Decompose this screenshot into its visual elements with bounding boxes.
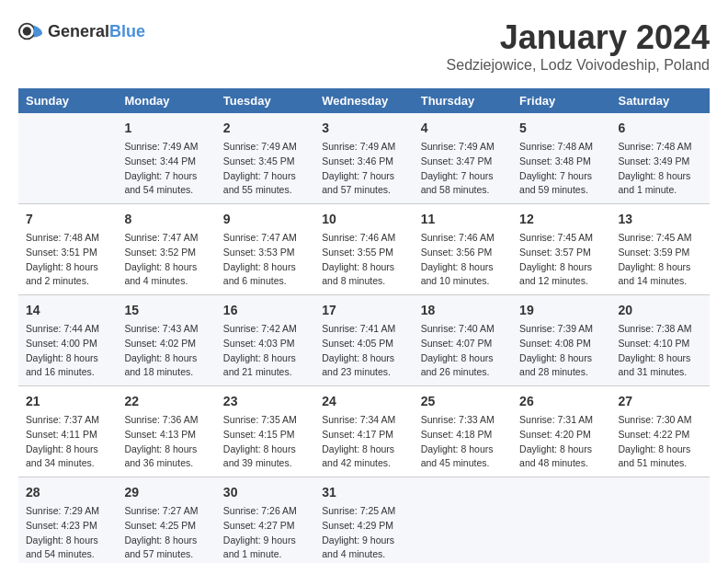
cell-date: 6 — [619, 119, 702, 138]
calendar-cell: 24Sunrise: 7:34 AM Sunset: 4:17 PM Dayli… — [314, 386, 413, 477]
cell-sun-info: Sunrise: 7:49 AM Sunset: 3:47 PM Dayligh… — [421, 140, 505, 198]
cell-date: 31 — [322, 483, 405, 502]
header: General Blue January 2024 Sedziejowice, … — [18, 18, 710, 74]
logo-blue: Blue — [109, 22, 145, 41]
logo-icon — [18, 18, 44, 44]
weekday-header-row: SundayMondayTuesdayWednesdayThursdayFrid… — [18, 88, 710, 113]
cell-sun-info: Sunrise: 7:34 AM Sunset: 4:17 PM Dayligh… — [322, 413, 405, 471]
calendar-cell: 22Sunrise: 7:36 AM Sunset: 4:13 PM Dayli… — [117, 386, 215, 477]
calendar-cell: 10Sunrise: 7:46 AM Sunset: 3:55 PM Dayli… — [314, 204, 413, 295]
calendar-cell: 26Sunrise: 7:31 AM Sunset: 4:20 PM Dayli… — [512, 386, 610, 477]
cell-sun-info: Sunrise: 7:25 AM Sunset: 4:29 PM Dayligh… — [322, 504, 405, 562]
logo-general: General — [48, 22, 109, 41]
cell-sun-info: Sunrise: 7:36 AM Sunset: 4:13 PM Dayligh… — [124, 413, 208, 471]
calendar-cell: 8Sunrise: 7:47 AM Sunset: 3:52 PM Daylig… — [117, 204, 215, 295]
title-area: January 2024 Sedziejowice, Lodz Voivodes… — [447, 18, 710, 74]
cell-sun-info: Sunrise: 7:26 AM Sunset: 4:27 PM Dayligh… — [223, 504, 307, 562]
calendar-cell: 6Sunrise: 7:48 AM Sunset: 3:49 PM Daylig… — [611, 113, 710, 204]
cell-date: 27 — [619, 392, 702, 411]
calendar-cell: 19Sunrise: 7:39 AM Sunset: 4:08 PM Dayli… — [512, 295, 610, 386]
calendar-cell: 11Sunrise: 7:46 AM Sunset: 3:56 PM Dayli… — [414, 204, 512, 295]
cell-date: 17 — [322, 301, 405, 320]
calendar-cell — [18, 113, 117, 204]
calendar-cell: 9Sunrise: 7:47 AM Sunset: 3:53 PM Daylig… — [216, 204, 314, 295]
cell-sun-info: Sunrise: 7:49 AM Sunset: 3:45 PM Dayligh… — [223, 140, 307, 198]
cell-date: 22 — [124, 392, 208, 411]
calendar-week-row: 28Sunrise: 7:29 AM Sunset: 4:23 PM Dayli… — [18, 477, 710, 564]
cell-sun-info: Sunrise: 7:37 AM Sunset: 4:11 PM Dayligh… — [26, 413, 109, 471]
cell-date: 24 — [322, 392, 405, 411]
logo: General Blue — [18, 18, 145, 44]
weekday-header-friday: Friday — [512, 88, 610, 113]
cell-sun-info: Sunrise: 7:27 AM Sunset: 4:25 PM Dayligh… — [124, 504, 208, 562]
cell-date: 15 — [124, 301, 208, 320]
calendar-week-row: 21Sunrise: 7:37 AM Sunset: 4:11 PM Dayli… — [18, 386, 710, 477]
cell-date: 25 — [421, 392, 505, 411]
cell-date: 19 — [519, 301, 603, 320]
calendar-week-row: 1Sunrise: 7:49 AM Sunset: 3:44 PM Daylig… — [18, 113, 710, 204]
calendar-cell: 17Sunrise: 7:41 AM Sunset: 4:05 PM Dayli… — [314, 295, 413, 386]
subtitle: Sedziejowice, Lodz Voivodeship, Poland — [447, 57, 710, 74]
cell-date: 20 — [619, 301, 702, 320]
calendar-table: SundayMondayTuesdayWednesdayThursdayFrid… — [18, 88, 710, 563]
cell-date: 29 — [124, 483, 208, 502]
calendar-cell: 4Sunrise: 7:49 AM Sunset: 3:47 PM Daylig… — [414, 113, 512, 204]
calendar-cell: 5Sunrise: 7:48 AM Sunset: 3:48 PM Daylig… — [512, 113, 610, 204]
calendar-cell: 31Sunrise: 7:25 AM Sunset: 4:29 PM Dayli… — [314, 477, 413, 564]
cell-date: 7 — [26, 210, 109, 229]
calendar-cell: 7Sunrise: 7:48 AM Sunset: 3:51 PM Daylig… — [18, 204, 117, 295]
cell-sun-info: Sunrise: 7:40 AM Sunset: 4:07 PM Dayligh… — [421, 322, 505, 380]
cell-sun-info: Sunrise: 7:44 AM Sunset: 4:00 PM Dayligh… — [26, 322, 109, 380]
weekday-header-saturday: Saturday — [611, 88, 710, 113]
weekday-header-tuesday: Tuesday — [216, 88, 314, 113]
cell-sun-info: Sunrise: 7:30 AM Sunset: 4:22 PM Dayligh… — [619, 413, 702, 471]
cell-date: 4 — [421, 119, 505, 138]
cell-date: 1 — [124, 119, 208, 138]
calendar-cell: 15Sunrise: 7:43 AM Sunset: 4:02 PM Dayli… — [117, 295, 215, 386]
cell-sun-info: Sunrise: 7:39 AM Sunset: 4:08 PM Dayligh… — [519, 322, 603, 380]
cell-sun-info: Sunrise: 7:43 AM Sunset: 4:02 PM Dayligh… — [124, 322, 208, 380]
calendar-cell: 1Sunrise: 7:49 AM Sunset: 3:44 PM Daylig… — [117, 113, 215, 204]
calendar-cell — [611, 477, 710, 564]
cell-sun-info: Sunrise: 7:38 AM Sunset: 4:10 PM Dayligh… — [619, 322, 702, 380]
cell-date: 5 — [519, 119, 603, 138]
calendar-cell: 29Sunrise: 7:27 AM Sunset: 4:25 PM Dayli… — [117, 477, 215, 564]
calendar-week-row: 14Sunrise: 7:44 AM Sunset: 4:00 PM Dayli… — [18, 295, 710, 386]
cell-date: 18 — [421, 301, 505, 320]
cell-sun-info: Sunrise: 7:29 AM Sunset: 4:23 PM Dayligh… — [26, 504, 109, 562]
calendar-cell: 21Sunrise: 7:37 AM Sunset: 4:11 PM Dayli… — [18, 386, 117, 477]
weekday-header-wednesday: Wednesday — [314, 88, 413, 113]
weekday-header-monday: Monday — [117, 88, 215, 113]
weekday-header-thursday: Thursday — [414, 88, 512, 113]
calendar-cell: 3Sunrise: 7:49 AM Sunset: 3:46 PM Daylig… — [314, 113, 413, 204]
cell-date: 28 — [26, 483, 109, 502]
cell-date: 13 — [619, 210, 702, 229]
cell-date: 16 — [223, 301, 307, 320]
calendar-cell: 16Sunrise: 7:42 AM Sunset: 4:03 PM Dayli… — [216, 295, 314, 386]
cell-date: 14 — [26, 301, 109, 320]
cell-sun-info: Sunrise: 7:46 AM Sunset: 3:56 PM Dayligh… — [421, 231, 505, 289]
cell-sun-info: Sunrise: 7:35 AM Sunset: 4:15 PM Dayligh… — [223, 413, 307, 471]
calendar-cell: 27Sunrise: 7:30 AM Sunset: 4:22 PM Dayli… — [611, 386, 710, 477]
cell-sun-info: Sunrise: 7:41 AM Sunset: 4:05 PM Dayligh… — [322, 322, 405, 380]
cell-date: 8 — [124, 210, 208, 229]
calendar-cell: 13Sunrise: 7:45 AM Sunset: 3:59 PM Dayli… — [611, 204, 710, 295]
cell-date: 23 — [223, 392, 307, 411]
calendar-cell — [512, 477, 610, 564]
calendar-cell: 12Sunrise: 7:45 AM Sunset: 3:57 PM Dayli… — [512, 204, 610, 295]
cell-sun-info: Sunrise: 7:48 AM Sunset: 3:48 PM Dayligh… — [519, 140, 603, 198]
calendar-cell: 23Sunrise: 7:35 AM Sunset: 4:15 PM Dayli… — [216, 386, 314, 477]
cell-sun-info: Sunrise: 7:49 AM Sunset: 3:46 PM Dayligh… — [322, 140, 405, 198]
cell-sun-info: Sunrise: 7:49 AM Sunset: 3:44 PM Dayligh… — [124, 140, 208, 198]
main-title: January 2024 — [447, 18, 710, 57]
calendar-cell: 2Sunrise: 7:49 AM Sunset: 3:45 PM Daylig… — [216, 113, 314, 204]
cell-sun-info: Sunrise: 7:42 AM Sunset: 4:03 PM Dayligh… — [223, 322, 307, 380]
calendar-cell: 28Sunrise: 7:29 AM Sunset: 4:23 PM Dayli… — [18, 477, 117, 564]
weekday-header-sunday: Sunday — [18, 88, 117, 113]
calendar-cell — [414, 477, 512, 564]
cell-sun-info: Sunrise: 7:48 AM Sunset: 3:49 PM Dayligh… — [619, 140, 702, 198]
cell-sun-info: Sunrise: 7:31 AM Sunset: 4:20 PM Dayligh… — [519, 413, 603, 471]
cell-date: 2 — [223, 119, 307, 138]
cell-sun-info: Sunrise: 7:47 AM Sunset: 3:52 PM Dayligh… — [124, 231, 208, 289]
cell-sun-info: Sunrise: 7:48 AM Sunset: 3:51 PM Dayligh… — [26, 231, 109, 289]
